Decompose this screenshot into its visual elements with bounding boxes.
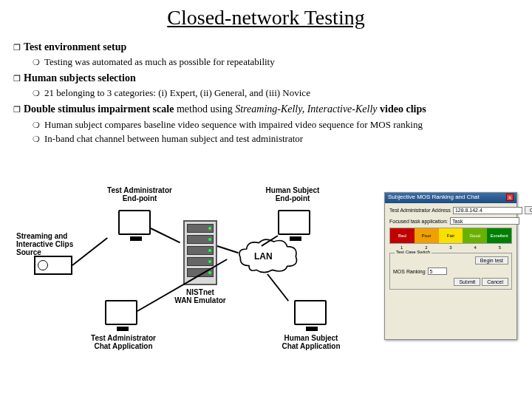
admin-monitor-icon	[118, 210, 151, 235]
connector-line	[151, 228, 180, 243]
rank-label: MOS Ranking	[393, 269, 426, 274]
square-bullet-icon: ❒	[13, 71, 24, 86]
mos-titlebar: Subjective MOS Ranking and Chat ×	[385, 193, 516, 203]
label-lan: LAN	[254, 251, 273, 262]
scale-fair: Fair	[439, 228, 463, 243]
scale-bad: Bad	[390, 228, 415, 243]
bullet-1-1: ❍ Testing was automated as much as possi…	[33, 55, 519, 69]
subject-monitor-icon	[278, 210, 310, 235]
b3-bold1: Double stimulus impairment scale	[24, 103, 174, 115]
begin-test-button[interactable]: Begin test	[475, 256, 508, 265]
cancel-button[interactable]: Cancel	[482, 278, 508, 286]
close-icon[interactable]: ×	[506, 194, 514, 201]
bullet-2-1-text: 21 belonging to 3 categories: (i) Expert…	[44, 86, 519, 100]
clip-source-icon	[34, 256, 72, 275]
b3-italic: Streaming-Kelly, Interactive-Kelly	[235, 103, 377, 115]
b3-plain: method using	[174, 103, 235, 115]
figure-b-mos-slider: Subjective MOS Ranking and Chat × Test A…	[384, 192, 517, 347]
bullet-list: ❒ Test environment setup ❍ Testing was a…	[13, 40, 519, 146]
connect-button[interactable]: Connect	[525, 206, 532, 214]
bullet-3-2-text: In-band chat channel between human subje…	[44, 132, 519, 146]
label-clip-source: Streaming and Interactive Clips Source	[16, 232, 98, 256]
rank-input[interactable]	[428, 267, 447, 275]
label-admin-endpoint: Test Administrator End-point	[99, 186, 180, 202]
bullet-2: ❒ Human subjects selection	[13, 71, 519, 86]
bullet-2-text: Human subjects selection	[24, 71, 519, 86]
admin-chat-monitor-icon	[105, 300, 137, 325]
num-5: 5	[488, 245, 512, 250]
bullet-3: ❒ Double stimulus impairment scale metho…	[13, 102, 519, 117]
circle-bullet-icon: ❍	[33, 55, 44, 69]
subject-chat-monitor-icon	[294, 300, 327, 325]
scale-good: Good	[463, 228, 487, 243]
square-bullet-icon: ❒	[13, 40, 24, 55]
mos-window: Subjective MOS Ranking and Chat × Test A…	[384, 192, 517, 340]
figure-a-testbed: Test Administrator End-point Human Subje…	[22, 185, 369, 355]
circle-bullet-icon: ❍	[33, 132, 44, 146]
bullet-3-text: Double stimulus impairment scale method …	[24, 102, 519, 117]
addr-label: Test Administrator Address	[389, 208, 451, 213]
test-case-group: Test Case Switch Begin test MOS Ranking …	[389, 253, 512, 290]
bullet-1-1-text: Testing was automated as much as possibl…	[44, 55, 519, 69]
connector-line	[267, 273, 289, 301]
circle-bullet-icon: ❍	[33, 86, 44, 100]
b3-bold2: video clips	[378, 103, 426, 115]
num-4: 4	[463, 245, 488, 250]
lan-cloud-icon: LAN	[236, 238, 299, 275]
bullet-3-2: ❍ In-band chat channel between human sub…	[33, 132, 519, 146]
slide-title: Closed-network Testing	[13, 6, 519, 30]
label-subject-endpoint: Human Subject End-point	[256, 186, 330, 202]
connector-line	[217, 245, 239, 253]
scale-excellent: Excellent	[487, 228, 511, 243]
task-label: Focused task application:	[389, 219, 448, 224]
bullet-1-text: Test environment setup	[24, 40, 519, 55]
task-input[interactable]	[450, 217, 519, 225]
num-3: 3	[438, 245, 463, 250]
mos-scale[interactable]: Bad Poor Fair Good Excellent	[389, 228, 512, 244]
bullet-3-1: ❍ Human subject compares baseline video …	[33, 118, 519, 132]
addr-input[interactable]	[453, 207, 522, 214]
group-legend: Test Case Switch	[395, 250, 432, 254]
submit-button[interactable]: Submit	[454, 278, 480, 286]
label-subject-chat: Human Subject Chat Application	[270, 334, 352, 350]
bullet-3-1-text: Human subject compares baseline video se…	[44, 118, 519, 132]
bullet-1: ❒ Test environment setup	[13, 40, 519, 55]
label-wan-emulator: NISTnet WAN Emulator	[174, 288, 226, 304]
bullet-2-1: ❍ 21 belonging to 3 categories: (i) Expe…	[33, 86, 519, 100]
label-admin-chat: Test Administrator Chat Application	[83, 334, 164, 350]
mos-window-title: Subjective MOS Ranking and Chat	[388, 194, 480, 202]
scale-poor: Poor	[415, 228, 439, 243]
circle-bullet-icon: ❍	[33, 118, 44, 132]
square-bullet-icon: ❒	[13, 102, 24, 117]
